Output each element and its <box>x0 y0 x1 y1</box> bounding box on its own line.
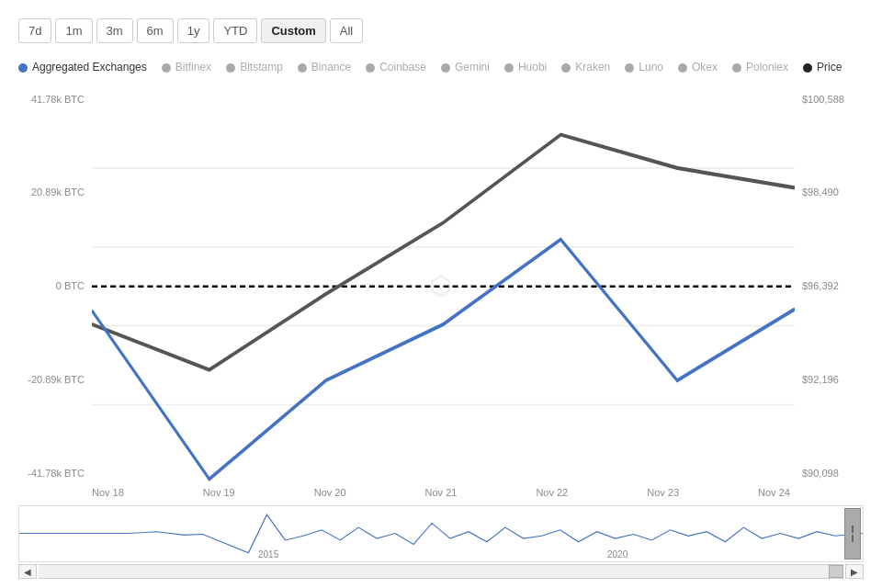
y-axis-left-label: 20.89k BTC <box>18 187 85 198</box>
y-axis-left-label: 41.78k BTC <box>18 94 85 105</box>
y-axis-left-label: -41.78k BTC <box>18 468 85 479</box>
legend-dot <box>625 63 634 73</box>
legend-label: Okex <box>692 58 718 78</box>
scrollbar-thumb[interactable] <box>829 565 843 578</box>
legend-label: Price <box>817 58 842 78</box>
main-chart-svg: ⬡ <box>92 89 795 483</box>
nav-left-arrow[interactable]: ◀ <box>18 564 37 579</box>
mini-x-label: 2020 <box>607 549 628 560</box>
mini-nav: ◀ ▶ <box>18 564 864 579</box>
x-axis: Nov 18Nov 19Nov 20Nov 21Nov 22Nov 23Nov … <box>18 483 864 502</box>
legend-item-binance[interactable]: Binance <box>298 58 351 78</box>
y-axis-right-label: $96,392 <box>802 280 864 291</box>
y-axis-right-label: $90,098 <box>802 468 864 479</box>
legend-item-poloniex[interactable]: Poloniex <box>732 58 788 78</box>
time-btn-1m[interactable]: 1m <box>55 18 92 43</box>
legend-dot <box>162 63 171 73</box>
x-axis-label: Nov 21 <box>425 487 458 498</box>
y-axis-left: 41.78k BTC20.89k BTC0 BTC-20.89k BTC-41.… <box>18 89 92 483</box>
x-axis-label: Nov 19 <box>203 487 235 498</box>
chart-area: 41.78k BTC20.89k BTC0 BTC-20.89k BTC-41.… <box>18 89 864 579</box>
y-axis-right-label: $98,490 <box>802 187 864 198</box>
legend-dot <box>226 63 235 73</box>
legend-item-kraken[interactable]: Kraken <box>561 58 610 78</box>
legend-dot <box>18 63 28 73</box>
time-btn-3m[interactable]: 3m <box>96 18 133 43</box>
y-axis-right-label: $100,588 <box>802 94 864 105</box>
mini-scrollbar-handle[interactable] <box>844 508 861 560</box>
legend-dot <box>561 63 571 73</box>
main-container: 7d1m3m6m1yYTDCustomAll Aggregated Exchan… <box>0 0 882 588</box>
time-range-bar: 7d1m3m6m1yYTDCustomAll <box>18 18 864 43</box>
legend-dot <box>441 63 450 73</box>
legend-dot <box>732 63 741 73</box>
legend-label: Kraken <box>575 58 610 78</box>
legend-item-aggregated-exchanges[interactable]: Aggregated Exchanges <box>18 58 147 78</box>
legend-item-price[interactable]: Price <box>803 58 842 78</box>
main-chart-wrapper: 41.78k BTC20.89k BTC0 BTC-20.89k BTC-41.… <box>18 89 864 483</box>
time-btn-1y[interactable]: 1y <box>177 18 210 43</box>
legend-item-huobi[interactable]: Huobi <box>504 58 547 78</box>
legend-label: Coinbase <box>379 58 426 78</box>
scrollbar-grip <box>852 526 854 533</box>
mini-x-label: 2015 <box>258 549 278 560</box>
legend-item-coinbase[interactable]: Coinbase <box>366 58 426 78</box>
y-axis-right: $100,588$98,490$96,392$92,196$90,098 <box>795 89 864 483</box>
x-axis-label: Nov 23 <box>647 487 679 498</box>
legend-dot <box>504 63 514 73</box>
legend-item-okex[interactable]: Okex <box>678 58 718 78</box>
main-svg <box>92 89 795 483</box>
nav-right-arrow[interactable]: ▶ <box>845 564 864 579</box>
legend-dot <box>678 63 687 73</box>
scrollbar-track[interactable] <box>39 564 843 579</box>
scrollbar-grip2 <box>852 535 854 542</box>
time-btn-all[interactable]: All <box>330 18 363 43</box>
time-btn-ytd[interactable]: YTD <box>213 18 257 43</box>
mini-svg <box>19 506 863 561</box>
legend-item-luno[interactable]: Luno <box>625 58 663 78</box>
legend-dot <box>298 63 307 73</box>
mini-chart-wrapper: 20152020 ◀ ▶ <box>18 505 864 579</box>
legend-label: Aggregated Exchanges <box>32 58 147 78</box>
legend-label: Luno <box>639 58 663 78</box>
legend-dot <box>803 63 812 73</box>
y-axis-left-label: -20.89k BTC <box>18 374 85 385</box>
time-btn-7d[interactable]: 7d <box>18 18 51 43</box>
x-axis-label: Nov 22 <box>536 487 568 498</box>
x-axis-label: Nov 20 <box>314 487 346 498</box>
time-btn-custom[interactable]: Custom <box>261 18 325 43</box>
legend-dot <box>366 63 375 73</box>
legend-label: Bitfinex <box>175 58 211 78</box>
legend-label: Bitstamp <box>240 58 283 78</box>
legend-item-bitfinex[interactable]: Bitfinex <box>162 58 211 78</box>
legend: Aggregated ExchangesBitfinexBitstampBina… <box>18 58 864 78</box>
y-axis-right-label: $92,196 <box>802 374 864 385</box>
legend-item-bitstamp[interactable]: Bitstamp <box>226 58 283 78</box>
time-btn-6m[interactable]: 6m <box>137 18 174 43</box>
legend-label: Poloniex <box>746 58 788 78</box>
legend-label: Huobi <box>518 58 547 78</box>
y-axis-left-label: 0 BTC <box>18 280 85 291</box>
x-axis-label: Nov 18 <box>92 487 124 498</box>
legend-label: Binance <box>311 58 351 78</box>
legend-item-gemini[interactable]: Gemini <box>441 58 490 78</box>
legend-label: Gemini <box>455 58 490 78</box>
x-axis-label: Nov 24 <box>758 487 790 498</box>
mini-chart-svg-container: 20152020 <box>18 505 864 562</box>
